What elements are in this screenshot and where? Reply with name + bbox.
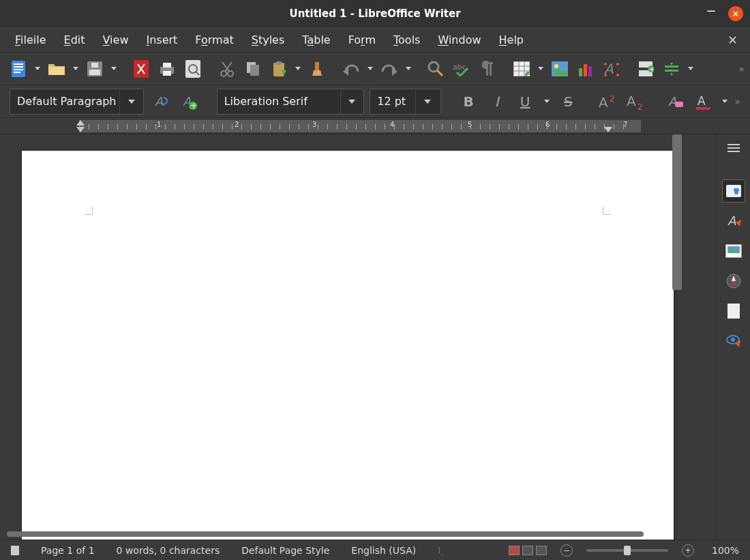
sidebar-gallery-button[interactable] (722, 239, 745, 263)
svg-rect-7 (91, 63, 98, 68)
font-color-dropdown[interactable] (720, 100, 730, 103)
undo-dropdown[interactable] (365, 67, 375, 70)
undo-button[interactable] (340, 57, 363, 80)
spellcheck-button[interactable]: abc (450, 57, 473, 80)
left-indent-marker[interactable] (76, 127, 85, 132)
clear-formatting-button[interactable]: A (663, 90, 686, 113)
page[interactable] (22, 151, 674, 540)
insert-chart-button[interactable] (574, 57, 597, 80)
print-button[interactable] (155, 57, 179, 80)
italic-button[interactable]: I (485, 90, 508, 113)
open-dropdown[interactable] (71, 67, 80, 70)
subscript-button[interactable]: A2 (624, 90, 646, 113)
eraser-icon: A (667, 93, 683, 110)
save-dropdown[interactable] (109, 67, 119, 70)
menu-tools[interactable]: ToolsTools (385, 31, 428, 49)
toolbar-overflow-icon[interactable]: » (738, 63, 745, 74)
paste-dropdown[interactable] (293, 67, 303, 70)
close-button[interactable]: ✕ (728, 6, 743, 21)
redo-button[interactable] (378, 57, 401, 80)
insert-table-dropdown[interactable] (536, 67, 545, 70)
font-name-combo[interactable]: Liberation Serif (217, 89, 365, 115)
insert-field-button[interactable] (660, 57, 683, 80)
sidebar-settings-button[interactable] (724, 138, 743, 158)
word-count[interactable]: 0 words, 0 characters (112, 545, 224, 556)
paragraph-style-combo[interactable]: Default Paragraph Style (10, 89, 144, 115)
multi-page-view-icon[interactable] (522, 546, 533, 555)
insert-textbox-button[interactable]: A (600, 57, 623, 80)
menu-edit[interactable]: EditEdit (56, 31, 93, 49)
font-color-button[interactable]: A (691, 90, 714, 113)
copy-button[interactable] (241, 57, 265, 80)
menu-help[interactable]: HelpHelp (491, 31, 532, 49)
underline-dropdown[interactable] (542, 100, 552, 103)
redo-dropdown[interactable] (404, 67, 413, 70)
insert-mode-indicator[interactable]: I⎯ (434, 545, 448, 556)
view-layout-buttons[interactable] (509, 546, 547, 555)
menu-window[interactable]: WindowWindow (430, 31, 489, 49)
sidebar-inspector-button[interactable] (722, 329, 745, 353)
zoom-slider-knob[interactable] (624, 546, 631, 555)
sidebar-styles-button[interactable]: A (722, 209, 745, 233)
sidebar-page-button[interactable] (722, 299, 745, 323)
menu-insert[interactable]: InsertInsert (138, 31, 185, 49)
single-page-view-icon[interactable] (509, 546, 520, 555)
menu-view[interactable]: ViewView (95, 31, 137, 49)
page-icon (728, 304, 740, 319)
zoom-in-button[interactable]: + (682, 544, 694, 557)
save-status-icon[interactable] (7, 546, 23, 555)
undo-icon (343, 62, 359, 76)
horizontal-scrollbar-thumb[interactable] (7, 531, 644, 537)
cut-button[interactable] (215, 57, 239, 80)
print-preview-button[interactable] (181, 57, 205, 80)
clone-formatting-button[interactable] (305, 57, 329, 80)
svg-rect-10 (163, 63, 171, 68)
new-style-button[interactable]: A+ (177, 90, 200, 113)
insert-table-button[interactable]: + (510, 57, 533, 80)
font-size-value: 12 pt (370, 95, 415, 108)
superscript-button[interactable]: A2 (596, 90, 618, 113)
paste-button[interactable] (267, 57, 290, 80)
strikethrough-button[interactable]: S (557, 90, 580, 113)
sidebar-properties-button[interactable] (722, 179, 745, 203)
document-close-button[interactable]: ✕ (722, 30, 743, 50)
menu-file[interactable]: FileFileile (7, 31, 55, 49)
open-button[interactable] (45, 57, 68, 80)
language-indicator[interactable]: English (USA) (347, 545, 420, 556)
new-document-dropdown[interactable] (33, 67, 42, 70)
formatbar-overflow-icon[interactable]: » (735, 96, 741, 107)
menu-table[interactable]: TableTable (294, 31, 338, 49)
zoom-out-button[interactable]: − (560, 544, 573, 557)
insert-page-break-button[interactable]: + (634, 57, 657, 80)
sidebar: A (716, 134, 750, 540)
sidebar-navigator-button[interactable] (722, 269, 745, 293)
minimize-button[interactable]: − (704, 6, 719, 21)
new-document-button[interactable] (7, 57, 30, 80)
right-indent-marker[interactable] (604, 127, 612, 132)
zoom-slider[interactable] (586, 549, 668, 552)
update-style-button[interactable]: A (149, 90, 172, 113)
insert-image-button[interactable] (548, 57, 571, 80)
menu-form[interactable]: FormForm (340, 31, 384, 49)
font-size-combo[interactable]: 12 pt (370, 89, 440, 115)
horizontal-scrollbar[interactable] (7, 531, 675, 538)
underline-button[interactable]: U (513, 90, 536, 113)
book-view-icon[interactable] (536, 546, 547, 555)
find-replace-button[interactable] (424, 57, 447, 80)
save-button[interactable] (83, 57, 106, 80)
page-style-indicator[interactable]: Default Page Style (237, 545, 333, 556)
horizontal-ruler[interactable]: 1 2 3 4 5 6 7 (0, 117, 750, 134)
bold-button[interactable]: B (457, 90, 479, 113)
menu-styles[interactable]: StylesStyles (243, 31, 293, 49)
first-line-indent-marker[interactable] (76, 120, 85, 126)
svg-rect-38 (579, 68, 582, 76)
zoom-percent[interactable]: 100% (708, 545, 743, 556)
formatting-marks-button[interactable] (476, 57, 499, 80)
insert-field-dropdown[interactable] (686, 67, 695, 70)
vertical-scrollbar-thumb[interactable] (672, 134, 682, 290)
export-pdf-button[interactable] (130, 57, 153, 80)
document-area[interactable] (0, 134, 716, 540)
statusbar: Page 1 of 1 0 words, 0 characters Defaul… (0, 540, 750, 560)
page-indicator[interactable]: Page 1 of 1 (37, 545, 99, 556)
menu-format[interactable]: FormatFormat (187, 31, 241, 49)
